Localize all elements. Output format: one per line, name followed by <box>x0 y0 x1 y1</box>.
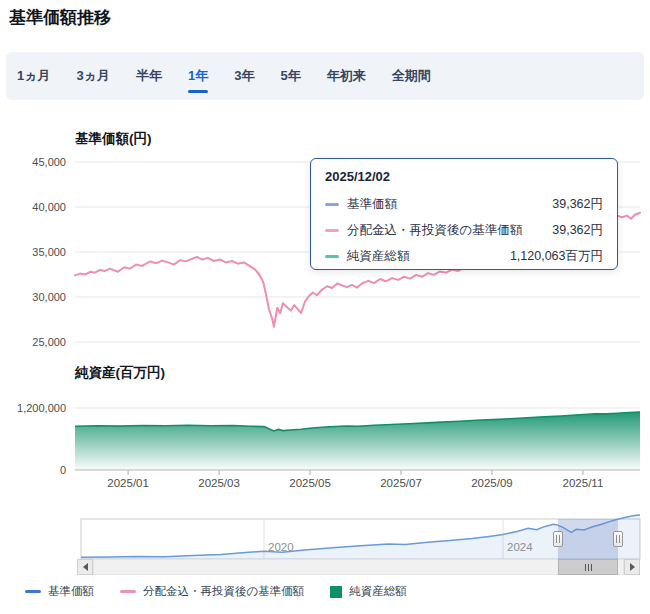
legend-square-icon <box>330 586 342 598</box>
tooltip-series-label: 純資産総額 <box>347 248 510 265</box>
legend-line-icon <box>25 590 41 593</box>
navigator-scrollbar <box>77 559 640 575</box>
tooltip-date: 2025/12/02 <box>325 169 603 184</box>
series-dash-icon <box>325 255 339 258</box>
legend-item-基準価額[interactable]: 基準価額 <box>25 584 94 599</box>
tooltip-series-value: 39,362円 <box>552 222 603 239</box>
right-arrow-icon <box>630 563 635 571</box>
price-history-panel: 基準価額推移 1ヵ月3ヵ月半年1年3年5年年初来全期間 基準価額(円) 純資産(… <box>0 0 650 614</box>
scrollbar-right-arrow-button[interactable] <box>624 559 640 575</box>
legend-item-純資産総額[interactable]: 純資産総額 <box>330 584 407 599</box>
scrollbar-track[interactable] <box>93 559 624 575</box>
price-y-axis-label: 45,000 <box>0 156 66 168</box>
left-arrow-icon <box>83 563 88 571</box>
legend-label: 分配金込・再投資後の基準価額 <box>143 584 304 599</box>
asset-y-axis-label: 1,200,000 <box>0 402 66 414</box>
tooltip-series-value: 39,362円 <box>552 196 603 213</box>
asset-y-axis-label: 0 <box>0 464 66 476</box>
tooltip-series-value: 1,120,063百万円 <box>510 248 603 265</box>
tooltip-row: 純資産総額1,120,063百万円 <box>325 243 603 269</box>
price-y-axis-label: 35,000 <box>0 246 66 258</box>
legend-label: 純資産総額 <box>349 584 407 599</box>
chart-legend: 基準価額分配金込・再投資後の基準価額純資産総額 <box>25 584 407 599</box>
tooltip-series-label: 分配金込・再投資後の基準価額 <box>347 222 552 239</box>
tooltip-row: 分配金込・再投資後の基準価額39,362円 <box>325 217 603 243</box>
navigator-right-handle[interactable] <box>613 531 623 547</box>
series-dash-icon <box>325 203 339 206</box>
legend-line-icon <box>120 590 136 593</box>
series-dash-icon <box>325 229 339 232</box>
scrollbar-thumb[interactable] <box>558 559 618 575</box>
tooltip-row: 基準価額39,362円 <box>325 191 603 217</box>
x-axis-label: 2025/03 <box>179 477 259 489</box>
x-axis-label: 2025/09 <box>452 477 532 489</box>
scrollbar-left-arrow-button[interactable] <box>77 559 93 575</box>
tooltip-series-label: 基準価額 <box>347 196 552 213</box>
navigator-selection-mask[interactable] <box>558 519 618 559</box>
x-axis-label: 2025/01 <box>88 477 168 489</box>
x-axis-label: 2025/11 <box>543 477 623 489</box>
navigator-left-handle[interactable] <box>553 531 563 547</box>
asset-area-series <box>75 412 640 470</box>
navigator-year-label: 2024 <box>507 541 533 553</box>
tooltip-rows: 基準価額39,362円分配金込・再投資後の基準価額39,362円純資産総額1,1… <box>325 191 603 269</box>
price-y-axis-label: 25,000 <box>0 336 66 348</box>
legend-item-分配金込・再投資後の基準価額[interactable]: 分配金込・再投資後の基準価額 <box>120 584 304 599</box>
legend-label: 基準価額 <box>48 584 94 599</box>
price-y-axis-label: 40,000 <box>0 201 66 213</box>
price-y-axis-label: 30,000 <box>0 291 66 303</box>
x-axis-label: 2025/05 <box>270 477 350 489</box>
x-axis-label: 2025/07 <box>361 477 441 489</box>
navigator-year-label: 2020 <box>268 541 294 553</box>
chart-tooltip: 2025/12/02 基準価額39,362円分配金込・再投資後の基準価額39,3… <box>310 158 618 270</box>
